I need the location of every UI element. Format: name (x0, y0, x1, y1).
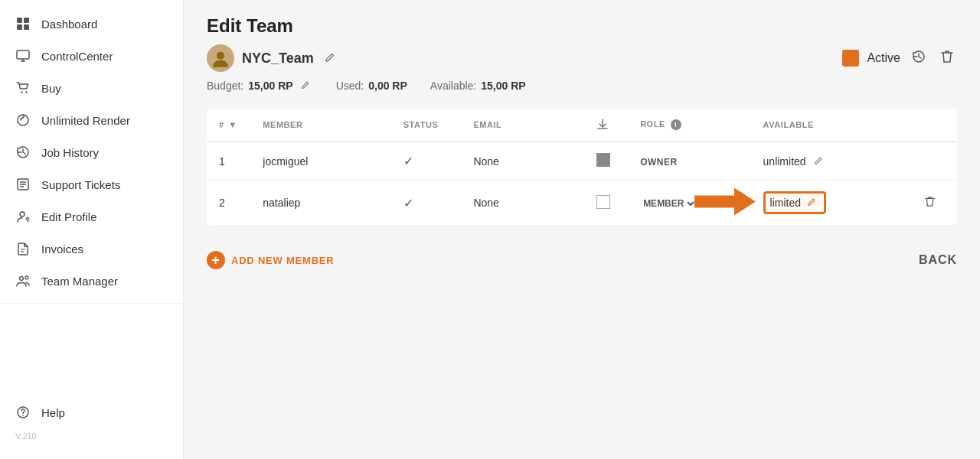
back-button[interactable]: BACK (919, 253, 957, 267)
col-role: ROLE i (628, 109, 750, 142)
active-badge-area: Active (842, 47, 957, 70)
user-edit-icon (15, 209, 31, 224)
color-swatch-1[interactable] (596, 153, 610, 167)
cell-member-1: jocmiguel (250, 142, 390, 181)
sidebar-item-buy[interactable]: Buy (0, 72, 183, 104)
delete-team-button[interactable] (937, 47, 957, 70)
cell-available-2: limited (751, 181, 909, 226)
available-cell-1: unlimited (763, 154, 897, 169)
sidebar-item-job-history[interactable]: Job History (0, 136, 183, 168)
svg-point-9 (18, 115, 28, 125)
bottom-row: + ADD NEW MEMBER BACK (207, 251, 957, 269)
sidebar-label-support-tickets: Support Tickets (41, 178, 120, 191)
color-swatch-2[interactable] (596, 195, 610, 209)
cell-email-2: None (461, 181, 583, 226)
cell-swatch-1 (584, 142, 628, 181)
sidebar-label-control-center: ControlCenter (41, 50, 113, 63)
budget-item: Budget: 15,00 RP (207, 78, 313, 93)
edit-available-1-button[interactable] (811, 154, 826, 169)
col-download (584, 109, 628, 142)
svg-rect-0 (17, 18, 22, 23)
add-circle-icon: + (207, 251, 225, 269)
members-table-container: # ▼ MEMBER STATUS EMAIL ROLE i (207, 109, 957, 225)
edit-team-name-button[interactable] (322, 50, 338, 67)
used-value: 0,00 RP (368, 80, 407, 92)
cell-actions-1 (909, 142, 957, 181)
page-title: Edit Team (207, 15, 957, 37)
svg-point-21 (22, 415, 24, 417)
sidebar-bottom: Help V.210 (0, 396, 183, 451)
svg-line-15 (28, 220, 28, 222)
available-value-1: unlimited (763, 155, 806, 168)
sidebar-item-help[interactable]: Help (0, 396, 183, 428)
col-actions (909, 109, 957, 142)
col-available: AVAILABLE (751, 109, 909, 142)
svg-point-18 (20, 277, 24, 281)
sidebar-label-dashboard: Dashboard (41, 18, 97, 31)
table-body: 1 jocmiguel ✓ None OWNER unlimited (207, 142, 957, 225)
sidebar-item-support-tickets[interactable]: Support Tickets (0, 168, 183, 200)
sidebar: Dashboard ControlCenter Buy (0, 0, 184, 459)
table-row: 1 jocmiguel ✓ None OWNER unlimited (207, 142, 957, 181)
sidebar-item-dashboard[interactable]: Dashboard (0, 8, 183, 40)
budget-row: Budget: 15,00 RP Used: 0,00 RP Available… (207, 78, 957, 93)
active-label: Active (867, 51, 900, 65)
sidebar-label-job-history: Job History (41, 146, 99, 159)
sidebar-label-team-manager: Team Manager (41, 275, 118, 288)
users-icon (15, 273, 31, 288)
svg-rect-3 (24, 24, 29, 30)
monitor-icon (15, 48, 31, 63)
used-label: Used: (336, 80, 364, 92)
sidebar-item-unlimited-render[interactable]: Unlimited Render (0, 104, 183, 136)
col-email: EMAIL (461, 109, 583, 142)
team-name: NYC_Team (242, 50, 314, 67)
sidebar-item-edit-profile[interactable]: Edit Profile (0, 200, 183, 233)
table-header: # ▼ MEMBER STATUS EMAIL ROLE i (207, 109, 957, 142)
history-icon (15, 145, 31, 160)
sidebar-item-team-manager[interactable]: Team Manager (0, 265, 183, 297)
svg-point-7 (21, 91, 22, 93)
edit-budget-button[interactable] (298, 78, 313, 93)
refresh-circle-icon (15, 112, 31, 128)
col-status: STATUS (391, 109, 462, 142)
svg-marker-25 (694, 188, 756, 216)
sidebar-divider (0, 303, 183, 304)
history-button[interactable] (908, 47, 929, 70)
delete-member-2-button[interactable] (921, 193, 939, 213)
available-value: 15,00 RP (481, 80, 525, 92)
role-select-2[interactable]: MEMBER OWNER VIEWER (640, 197, 697, 210)
sidebar-item-control-center[interactable]: ControlCenter (0, 40, 183, 72)
sidebar-label-invoices: Invoices (41, 243, 83, 256)
budget-label: Budget: (207, 80, 243, 92)
sort-icon[interactable]: ▼ (228, 120, 237, 129)
cell-status-1: ✓ (391, 142, 462, 181)
svg-point-19 (25, 276, 28, 279)
cell-actions-2[interactable] (909, 181, 957, 226)
cart-icon (15, 80, 31, 96)
add-new-member-button[interactable]: + ADD NEW MEMBER (207, 251, 334, 269)
svg-point-23 (217, 52, 224, 60)
available-label: Available: (430, 80, 476, 92)
cell-num-1: 1 (207, 142, 250, 181)
sidebar-label-unlimited-render: Unlimited Render (41, 114, 130, 127)
sidebar-item-invoices[interactable]: Invoices (0, 233, 183, 265)
cell-status-2: ✓ (391, 181, 462, 226)
sidebar-label-edit-profile: Edit Profile (41, 210, 97, 223)
list-alt-icon (15, 177, 31, 192)
col-num: # ▼ (207, 109, 250, 142)
available-value-2: limited (770, 197, 801, 209)
status-check-2: ✓ (403, 197, 413, 210)
available-highlight-box: limited (763, 191, 826, 214)
svg-point-8 (25, 91, 27, 93)
col-member: MEMBER (250, 109, 390, 142)
version-label: V.210 (0, 428, 183, 444)
arrow-indicator (694, 188, 756, 218)
file-icon (15, 241, 31, 256)
svg-point-14 (20, 212, 24, 216)
svg-rect-4 (17, 50, 29, 59)
edit-available-2-button[interactable] (804, 195, 819, 210)
add-member-label: ADD NEW MEMBER (231, 255, 334, 266)
cell-email-1: None (461, 142, 583, 181)
svg-rect-2 (17, 24, 22, 30)
available-item: Available: 15,00 RP (430, 80, 526, 92)
